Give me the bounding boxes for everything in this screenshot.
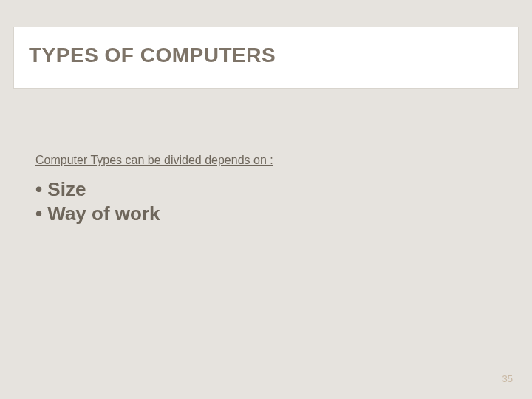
page-number: 35 — [502, 373, 513, 384]
bullet-text: Way of work — [47, 202, 160, 225]
title-box: TYPES OF COMPUTERS — [13, 27, 519, 89]
bullet-text: Size — [47, 178, 86, 200]
body-area: Computer Types can be divided depends on… — [35, 154, 497, 225]
bullet-item: • Size — [35, 177, 497, 202]
bullet-item: • Way of work — [35, 202, 497, 226]
subheading: Computer Types can be divided depends on… — [35, 154, 497, 167]
slide-title: TYPES OF COMPUTERS — [29, 44, 503, 67]
